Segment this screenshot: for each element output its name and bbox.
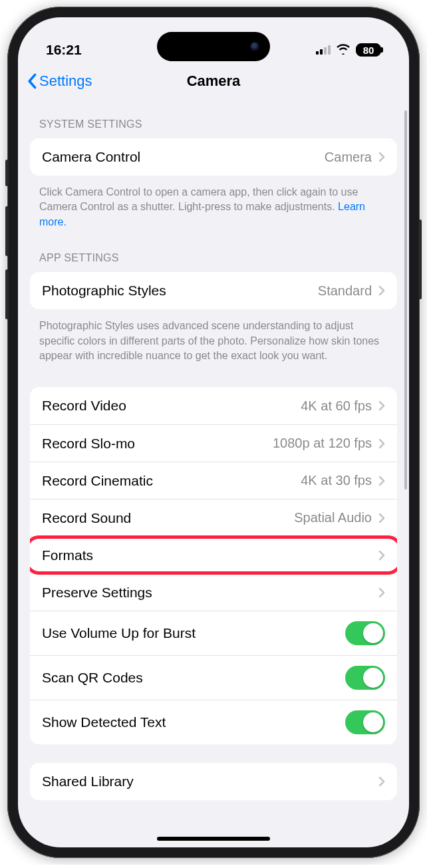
row-value: Standard	[318, 283, 372, 299]
dynamic-island	[157, 32, 270, 61]
toggle-detected-text[interactable]	[345, 710, 385, 734]
row-camera-control[interactable]: Camera Control Camera	[30, 138, 397, 176]
row-label: Photographic Styles	[42, 283, 166, 299]
nav-bar: Settings Camera	[18, 64, 409, 98]
battery-icon: 80	[356, 43, 381, 57]
chevron-right-icon	[378, 513, 385, 523]
chevron-right-icon	[378, 587, 385, 598]
row-record-video[interactable]: Record Video 4K at 60 fps	[30, 387, 397, 424]
chevron-right-icon	[378, 285, 385, 296]
row-preserve-settings[interactable]: Preserve Settings	[30, 573, 397, 611]
chevron-left-icon	[27, 73, 38, 89]
row-detected-text: Show Detected Text	[30, 700, 397, 744]
toggle-volume-burst[interactable]	[345, 621, 385, 645]
back-button[interactable]: Settings	[27, 72, 92, 90]
section-footer-app: Photographic Styles uses advanced scene …	[18, 312, 409, 368]
wifi-icon	[336, 42, 351, 58]
row-record-sound[interactable]: Record Sound Spatial Audio	[30, 499, 397, 536]
section-footer-system: Click Camera Control to open a camera ap…	[18, 178, 409, 235]
row-record-slomo[interactable]: Record Slo-mo 1080p at 120 fps	[30, 424, 397, 462]
chevron-right-icon	[378, 776, 385, 787]
chevron-right-icon	[378, 550, 385, 561]
section-header-system: SYSTEM SETTINGS	[18, 101, 409, 136]
row-photographic-styles[interactable]: Photographic Styles Standard	[30, 272, 397, 309]
row-formats[interactable]: Formats	[30, 536, 397, 573]
chevron-right-icon	[378, 400, 385, 411]
home-indicator[interactable]	[157, 837, 270, 841]
status-time: 16:21	[46, 42, 82, 58]
section-header-app: APP SETTINGS	[18, 235, 409, 269]
cellular-icon	[316, 45, 331, 55]
row-record-cinematic[interactable]: Record Cinematic 4K at 30 fps	[30, 462, 397, 499]
back-label: Settings	[39, 72, 92, 90]
chevron-right-icon	[378, 152, 385, 162]
row-volume-burst: Use Volume Up for Burst	[30, 611, 397, 655]
row-shared-library[interactable]: Shared Library	[30, 763, 397, 800]
toggle-scan-qr[interactable]	[345, 666, 385, 690]
scroll-indicator[interactable]	[404, 110, 407, 490]
chevron-right-icon	[378, 476, 385, 486]
row-label: Camera Control	[42, 149, 140, 165]
chevron-right-icon	[378, 438, 385, 449]
row-scan-qr: Scan QR Codes	[30, 655, 397, 700]
row-value: Camera	[325, 150, 372, 165]
